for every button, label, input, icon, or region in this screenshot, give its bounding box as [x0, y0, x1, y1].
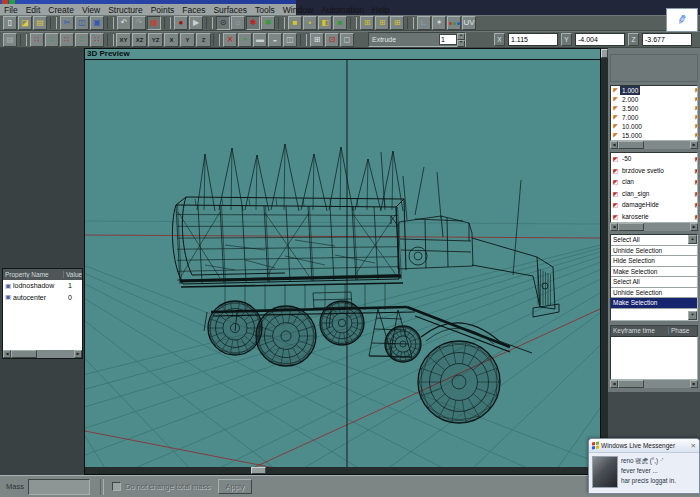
scroll-track[interactable]	[11, 350, 74, 358]
axis-button-xy[interactable]: XY	[116, 33, 131, 47]
mirror-icon[interactable]: ◫	[283, 33, 297, 47]
scroll-left-button[interactable]: ◀	[610, 380, 618, 388]
selection-item[interactable]: ◩damageHide◩	[611, 199, 697, 211]
add-edge-icon[interactable]: ⊞	[375, 16, 389, 30]
face-mode-icon[interactable]: ∷	[60, 33, 74, 47]
viewport-canvas[interactable]	[85, 60, 600, 467]
messenger-popup[interactable]: Windows Live Messenger ✕ reno 寝虎 (°,) ·'…	[588, 438, 700, 494]
scroll-track[interactable]	[618, 380, 690, 388]
spinner-up-icon[interactable]: ▲	[457, 33, 465, 40]
zoom-tool-icon[interactable]: ⊙	[216, 16, 230, 30]
close-icon[interactable]: ✕	[691, 442, 696, 450]
action-item[interactable]: Select All	[611, 235, 697, 246]
cube-small-icon[interactable]: ▪	[303, 16, 317, 30]
properties-hscrollbar[interactable]: ◀▶	[3, 350, 82, 358]
transform-icon[interactable]: +	[238, 33, 252, 47]
grid-snap-icon[interactable]: ⊞	[310, 33, 324, 47]
selection-item[interactable]: ◩karoserie◩	[611, 211, 697, 223]
extrude-field[interactable]: Extrude ▲ ▼	[368, 32, 466, 47]
viewport-3d[interactable]: 3D Preview	[84, 48, 601, 475]
action-item[interactable]: Hide Selection	[611, 256, 697, 267]
scroll-right-button[interactable]: ▶	[690, 223, 698, 231]
x-input[interactable]	[508, 33, 558, 46]
action-item[interactable]: Select All	[611, 277, 697, 288]
scroll-track[interactable]	[618, 141, 690, 149]
print-icon[interactable]: ▤	[3, 33, 17, 47]
selection-item[interactable]: ◩-50◩	[611, 153, 697, 165]
scroll-left-button[interactable]: ◀	[610, 223, 618, 231]
menu-item-create[interactable]: Create	[44, 5, 78, 15]
add-face-icon[interactable]: ⊞	[390, 16, 404, 30]
edge-mode-icon[interactable]: ∷	[45, 33, 59, 47]
cube-half-icon[interactable]: ◧	[318, 16, 332, 30]
save-icon[interactable]: ▤	[33, 16, 47, 30]
lod-item[interactable]: ◤3.500◤	[611, 104, 697, 113]
extrude-spinner[interactable]: ▲ ▼	[457, 33, 465, 47]
axis-button-xz[interactable]: XZ	[132, 33, 147, 47]
scroll-thumb[interactable]	[618, 380, 644, 388]
lod-item[interactable]: ◤7.000◤	[611, 113, 697, 122]
lod-item[interactable]: ◤15.000◤	[611, 131, 697, 140]
menu-item-view[interactable]: View	[78, 5, 104, 15]
keyframe-table-body[interactable]	[610, 336, 698, 380]
action-item[interactable]: Make Selection	[611, 267, 697, 278]
menu-item-tools[interactable]: Tools	[251, 5, 279, 15]
selection-item[interactable]: ◩brzdove svetlo◩	[611, 165, 697, 177]
new-file-icon[interactable]: ▯	[3, 16, 17, 30]
copy-icon[interactable]: ◫	[75, 16, 89, 30]
smooth-icon[interactable]: ◒	[268, 33, 282, 47]
axis-button-yz[interactable]: YZ	[148, 33, 163, 47]
mass-input[interactable]	[28, 479, 90, 495]
axis-button-z[interactable]: Z	[196, 33, 211, 47]
axis-button-y[interactable]: Y	[180, 33, 195, 47]
paste-icon[interactable]: ▣	[90, 16, 104, 30]
play-icon[interactable]: ▶	[189, 16, 203, 30]
texture-view-icon[interactable]: ▦	[147, 16, 161, 30]
delete-icon[interactable]: ✕	[223, 33, 237, 47]
cube-tool-icon[interactable]: ■	[288, 16, 302, 30]
menu-item-structure[interactable]: Structure	[104, 5, 147, 15]
extrude-input[interactable]	[439, 34, 457, 45]
cube-green-icon[interactable]: ■	[333, 16, 347, 30]
menu-item-edit[interactable]: Edit	[22, 5, 45, 15]
menu-item-file[interactable]: File	[0, 5, 22, 15]
scroll-thumb[interactable]	[618, 223, 644, 231]
spinner-down-icon[interactable]: ▼	[457, 40, 465, 47]
scroll-thumb[interactable]	[11, 350, 37, 358]
viewport-vscrollbar[interactable]	[601, 48, 608, 475]
menu-item-faces[interactable]: Faces	[178, 5, 209, 15]
record-icon[interactable]: ●	[174, 16, 188, 30]
apply-button[interactable]: Apply	[218, 479, 252, 494]
grid-points-icon[interactable]: ⊡	[325, 33, 339, 47]
scroll-right-button[interactable]: ▶	[74, 350, 82, 358]
scroll-left-button[interactable]: ◀	[3, 350, 11, 358]
selection-item[interactable]: ◩clan_sign◩	[611, 188, 697, 200]
scroll-thumb[interactable]	[618, 141, 644, 149]
vertex-paint-icon[interactable]: ✱	[246, 16, 260, 30]
lasso-tool-icon[interactable]: ◌	[231, 16, 245, 30]
viewport-hscrollbar[interactable]	[85, 467, 600, 474]
scroll-right-button[interactable]: ▶	[690, 380, 698, 388]
undo-icon[interactable]: ↶	[117, 16, 131, 30]
scroll-right-button[interactable]: ▶	[690, 141, 698, 149]
property-row[interactable]: ▣ lodnoshadow 1	[3, 280, 82, 292]
object-mode-icon[interactable]: ∷	[75, 33, 89, 47]
menu-item-help[interactable]: Help	[368, 5, 393, 15]
axis-button-x[interactable]: X	[164, 33, 179, 47]
lod-item[interactable]: ◤1.000◤	[611, 86, 697, 95]
scroll-up-button[interactable]: ▲	[688, 235, 697, 244]
action-item-selected[interactable]: Make Selection	[611, 298, 697, 309]
skeleton-icon[interactable]: ✶	[432, 16, 446, 30]
vscroll-thumb[interactable]	[601, 49, 608, 58]
axis-widget-icon[interactable]: ∟	[417, 16, 431, 30]
property-row[interactable]: ▣ autocenter 0	[3, 292, 82, 304]
z-input[interactable]	[642, 33, 692, 46]
cut-icon[interactable]: ✂	[60, 16, 74, 30]
action-item[interactable]: Unhide Selection	[611, 246, 697, 257]
lod-hscrollbar[interactable]: ◀▶	[610, 141, 698, 149]
rgb-channels-icon[interactable]	[447, 16, 461, 30]
redo-icon[interactable]: ↷	[132, 16, 146, 30]
scroll-left-button[interactable]: ◀	[610, 141, 618, 149]
scroll-down-button[interactable]: ▼	[688, 311, 697, 320]
pen-overlay-button[interactable]: ✎	[666, 8, 698, 32]
